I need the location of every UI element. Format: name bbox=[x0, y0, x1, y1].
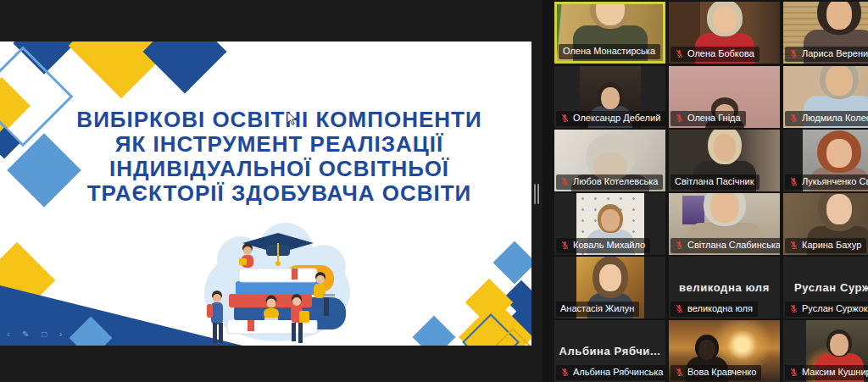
participant-name-text: Коваль Михайло bbox=[573, 241, 645, 250]
muted-mic-icon bbox=[789, 241, 798, 250]
participant-tile[interactable]: Руслан СуржокРуслан Суржок bbox=[783, 257, 868, 318]
participant-name-label: Лариса Веренич bbox=[785, 47, 868, 62]
participant-tile[interactable]: Світлана Пасічник bbox=[669, 130, 780, 191]
mouse-cursor-icon bbox=[287, 111, 297, 126]
participant-name-label: Олена Гніда bbox=[670, 111, 746, 126]
muted-mic-icon bbox=[560, 177, 570, 186]
participant-name-label: великодна юля bbox=[670, 302, 758, 317]
muted-mic-icon bbox=[789, 368, 798, 377]
muted-mic-icon bbox=[560, 368, 570, 377]
muted-mic-icon bbox=[560, 241, 570, 250]
muted-mic-icon bbox=[675, 113, 684, 123]
participant-center-name: Альбина Рябчи... bbox=[554, 345, 665, 357]
participant-tile[interactable]: Лукьянченко Светл bbox=[783, 130, 868, 191]
muted-mic-icon bbox=[560, 113, 570, 123]
participant-name-label: Любов Котелевська bbox=[556, 174, 663, 190]
participant-name-text: Олена Бобкова bbox=[687, 49, 754, 58]
participant-name-text: Любов Котелевська bbox=[573, 177, 658, 186]
participant-tile[interactable]: великодна юлявеликодна юля bbox=[669, 257, 780, 318]
muted-mic-icon bbox=[789, 177, 798, 186]
participant-name-label: Анастасія Жилун bbox=[556, 302, 639, 317]
participant-name-text: Анастасія Жилун bbox=[560, 304, 634, 313]
muted-mic-icon bbox=[675, 241, 684, 250]
participant-tile[interactable]: Лариса Веренич bbox=[783, 2, 868, 64]
presenter-toolbar[interactable]: ‹ ✎ □ › bbox=[7, 329, 67, 339]
participant-tile[interactable]: Вова Кравченко bbox=[669, 320, 780, 382]
participant-name-text: Лариса Веренич bbox=[802, 49, 868, 58]
participant-name-text: Лукьянченко Светл bbox=[802, 177, 868, 186]
participant-name-text: Альбина Рябчинська bbox=[573, 368, 663, 377]
participant-name-text: Олександр Дебелий bbox=[573, 113, 660, 123]
participant-name-label: Світлана Пасічник bbox=[670, 174, 760, 190]
participant-tile[interactable]: Світлана Слабинська bbox=[669, 193, 780, 255]
participant-name-label: Руслан Суржок bbox=[785, 302, 868, 317]
participant-name-text: великодна юля bbox=[687, 304, 753, 313]
participant-name-label: Альбина Рябчинська bbox=[556, 365, 665, 380]
participant-name-text: Карина Бахур bbox=[802, 241, 861, 250]
participant-name-label: Олена Бобкова bbox=[670, 47, 760, 62]
participant-name-text: Олена Монастирська bbox=[563, 47, 655, 56]
participant-name-label: Вова Кравченко bbox=[670, 365, 761, 380]
participant-tile[interactable]: Любов Котелевська bbox=[554, 130, 665, 191]
slide-illustration bbox=[197, 221, 358, 345]
participant-name-text: Руслан Суржок bbox=[802, 304, 868, 313]
participant-name-label: Лукьянченко Светл bbox=[785, 174, 868, 190]
participant-name-label: Максим Кушнир bbox=[785, 365, 868, 380]
participant-tile[interactable]: Альбина Рябчи...Альбина Рябчинська bbox=[554, 320, 665, 382]
participant-name-label: Олена Монастирська bbox=[559, 44, 660, 59]
participant-name-label: Коваль Михайло bbox=[556, 238, 650, 253]
muted-mic-icon bbox=[789, 49, 798, 58]
participant-tile[interactable]: Максим Кушнир bbox=[783, 320, 868, 382]
participant-name-text: Людмила Колеснік bbox=[802, 113, 868, 123]
participant-tile[interactable]: Олена Монастирська bbox=[554, 2, 665, 64]
participants-grid: Олена МонастирськаОлена БобковаЛариса Ве… bbox=[0, 0, 868, 382]
participant-tile[interactable]: Людмила Колеснік bbox=[783, 66, 868, 128]
participant-tile[interactable]: Карина Бахур bbox=[783, 193, 868, 255]
participant-name-text: Олена Гніда bbox=[687, 113, 741, 123]
participant-center-name: Руслан Суржок bbox=[783, 281, 868, 294]
participant-tile[interactable]: Олена Гніда bbox=[669, 66, 780, 128]
muted-mic-icon bbox=[675, 49, 684, 58]
participant-name-text: Світлана Слабинська bbox=[687, 241, 780, 250]
participant-name-text: Світлана Пасічник bbox=[675, 177, 754, 186]
participant-tile[interactable]: Олександр Дебелий bbox=[554, 66, 665, 128]
participant-name-label: Олександр Дебелий bbox=[556, 111, 665, 126]
participant-tile[interactable]: Коваль Михайло bbox=[554, 193, 665, 255]
muted-mic-icon bbox=[789, 113, 798, 123]
participant-name-text: Вова Кравченко bbox=[687, 368, 756, 377]
muted-mic-icon bbox=[675, 368, 684, 377]
muted-mic-icon bbox=[789, 304, 798, 313]
participant-tile[interactable]: Олена Бобкова bbox=[669, 2, 780, 64]
participant-name-label: Карина Бахур bbox=[785, 238, 866, 253]
participant-name-label: Людмила Колеснік bbox=[785, 111, 868, 126]
participant-tile[interactable]: Анастасія Жилун bbox=[554, 257, 665, 318]
muted-mic-icon bbox=[675, 304, 684, 313]
participant-name-label: Світлана Слабинська bbox=[670, 238, 780, 253]
participant-name-text: Максим Кушнир bbox=[802, 368, 868, 377]
participant-center-name: великодна юля bbox=[669, 281, 780, 294]
